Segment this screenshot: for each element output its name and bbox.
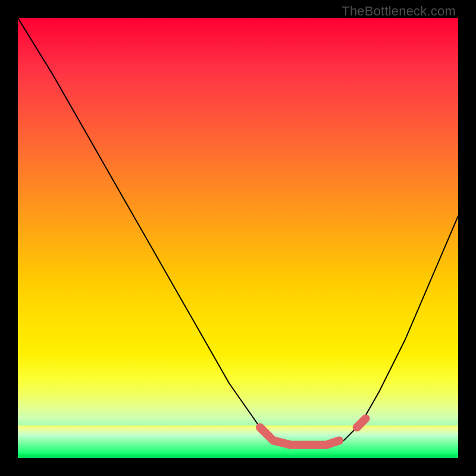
highlight-flat — [260, 427, 339, 445]
watermark-text: TheBottleneck.com — [342, 4, 456, 19]
main-curve — [18, 18, 458, 445]
plot-area — [18, 18, 458, 458]
chart-frame: TheBottleneck.com — [0, 0, 476, 476]
highlight-right — [357, 418, 366, 427]
curve-svg — [18, 18, 458, 458]
